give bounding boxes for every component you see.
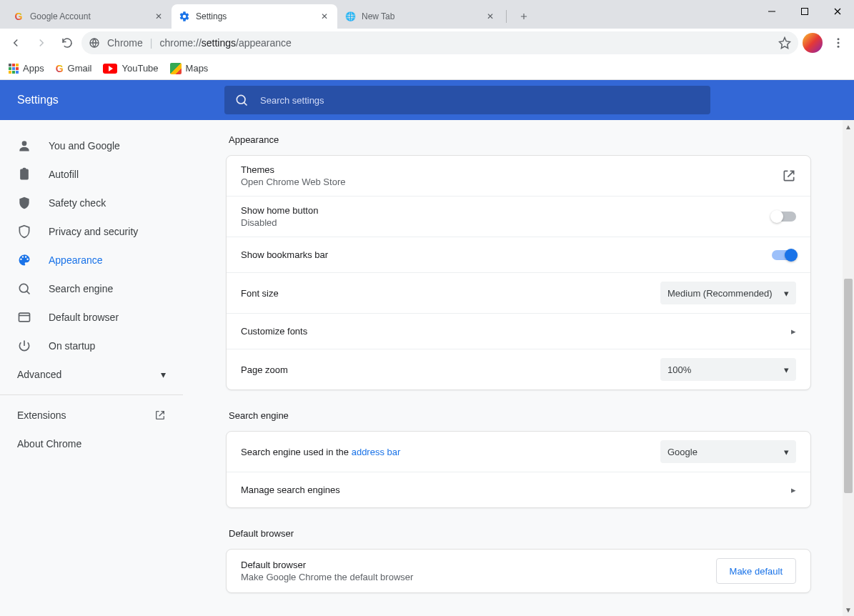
- tab-title: Settings: [196, 11, 313, 21]
- apps-shortcut[interactable]: Apps: [9, 63, 44, 74]
- make-default-button[interactable]: Make default: [716, 558, 796, 584]
- customize-fonts-label: Customize fonts: [241, 326, 791, 337]
- sidebar: You and Google Autofill Safety check Pri…: [0, 120, 183, 616]
- gear-icon: [179, 11, 190, 22]
- default-browser-card: Default browser Make Google Chrome the d…: [226, 549, 811, 593]
- show-home-label: Show home button: [241, 205, 772, 216]
- tab-settings[interactable]: Settings ✕: [172, 4, 337, 29]
- site-info-icon[interactable]: [89, 37, 100, 49]
- sidebar-item-label: On startup: [49, 340, 95, 352]
- page-zoom-row: Page zoom 100% ▾: [227, 349, 810, 389]
- forward-button[interactable]: [30, 31, 53, 54]
- font-size-select[interactable]: Medium (Recommended) ▾: [660, 282, 796, 304]
- close-button[interactable]: [821, 0, 854, 23]
- window-titlebar: G Google Account ✕ Settings ✕ 🌐 New Tab …: [0, 0, 854, 29]
- address-bar-link[interactable]: address bar: [352, 447, 401, 457]
- power-icon: [17, 339, 31, 353]
- maps-bookmark[interactable]: Maps: [170, 63, 209, 74]
- advanced-label: Advanced: [17, 369, 61, 380]
- sidebar-extensions[interactable]: Extensions: [0, 401, 183, 429]
- browser-toolbar: Chrome | chrome://settings/appearance: [0, 29, 854, 57]
- svg-point-7: [19, 284, 28, 292]
- menu-button[interactable]: [827, 31, 850, 54]
- extensions-label: Extensions: [17, 409, 66, 421]
- search-engine-label: Search engine used in the address bar: [241, 447, 400, 457]
- font-size-value: Medium (Recommended): [667, 288, 773, 299]
- themes-row[interactable]: Themes Open Chrome Web Store: [227, 156, 810, 196]
- bookmark-label: Maps: [186, 63, 209, 74]
- sidebar-about[interactable]: About Chrome: [0, 429, 183, 458]
- sidebar-item-appearance[interactable]: Appearance: [0, 246, 183, 274]
- search-card: Search engine used in the address bar Go…: [226, 431, 811, 508]
- sidebar-item-default-browser[interactable]: Default browser: [0, 303, 183, 332]
- manage-search-label: Manage search engines: [241, 485, 791, 495]
- section-title-default-browser: Default browser: [229, 528, 811, 539]
- sidebar-item-label: You and Google: [49, 140, 120, 151]
- default-browser-sub: Make Google Chrome the default browser: [241, 572, 716, 582]
- show-bookmarks-row: Show bookmarks bar: [227, 237, 810, 272]
- back-button[interactable]: [4, 31, 27, 54]
- bookmark-label: YouTube: [121, 63, 158, 74]
- sidebar-advanced[interactable]: Advanced ▾: [0, 360, 183, 389]
- shield-check-icon: [17, 196, 31, 210]
- chevron-down-icon: ▾: [161, 369, 166, 380]
- content-scrollbar[interactable]: ▲ ▼: [843, 120, 854, 616]
- url-separator: |: [150, 37, 153, 49]
- tab-title: Google Account: [30, 11, 147, 21]
- sidebar-item-label: Appearance: [49, 254, 103, 266]
- close-icon[interactable]: ✕: [319, 11, 330, 22]
- sidebar-item-you-and-google[interactable]: You and Google: [0, 131, 183, 160]
- svg-point-5: [237, 95, 245, 104]
- search-engine-select[interactable]: Google ▾: [660, 440, 796, 463]
- page-zoom-select[interactable]: 100% ▾: [660, 358, 796, 381]
- bookmark-label: Gmail: [68, 63, 92, 74]
- sidebar-item-autofill[interactable]: Autofill: [0, 160, 183, 189]
- sidebar-item-label: Search engine: [49, 283, 113, 294]
- clipboard-icon: [17, 167, 31, 182]
- show-home-row: Show home button Disabled: [227, 196, 810, 237]
- tab-google-account[interactable]: G Google Account ✕: [6, 4, 172, 29]
- tab-separator: [506, 10, 507, 23]
- sidebar-item-label: Autofill: [49, 169, 79, 180]
- show-bookmarks-label: Show bookmarks bar: [241, 249, 772, 260]
- external-link-icon: [782, 169, 796, 183]
- close-icon[interactable]: ✕: [485, 11, 496, 22]
- minimize-button[interactable]: [755, 0, 788, 23]
- make-default-label: Make default: [730, 566, 783, 577]
- sidebar-item-search-engine[interactable]: Search engine: [0, 274, 183, 303]
- new-tab-button[interactable]: [514, 6, 534, 26]
- manage-search-row[interactable]: Manage search engines ▸: [227, 472, 810, 507]
- tab-new-tab[interactable]: 🌐 New Tab ✕: [337, 4, 503, 29]
- profile-avatar[interactable]: [803, 33, 823, 53]
- search-engine-value: Google: [667, 447, 697, 457]
- font-size-row: Font size Medium (Recommended) ▾: [227, 272, 810, 313]
- chevron-right-icon: ▸: [791, 326, 796, 337]
- maximize-button[interactable]: [788, 0, 821, 23]
- search-settings-input[interactable]: Search settings: [224, 86, 710, 114]
- sidebar-item-safety-check[interactable]: Safety check: [0, 189, 183, 217]
- show-bookmarks-toggle[interactable]: [772, 250, 796, 260]
- youtube-bookmark[interactable]: YouTube: [103, 63, 158, 74]
- reload-button[interactable]: [56, 31, 79, 54]
- customize-fonts-row[interactable]: Customize fonts ▸: [227, 313, 810, 349]
- star-icon[interactable]: [778, 36, 791, 49]
- gmail-bookmark[interactable]: G Gmail: [56, 63, 92, 74]
- default-browser-label: Default browser: [241, 560, 716, 570]
- section-title-search: Search engine: [229, 410, 811, 421]
- svg-point-3: [838, 41, 840, 44]
- window-controls: [755, 0, 854, 23]
- close-icon[interactable]: ✕: [153, 11, 164, 22]
- scrollbar-thumb[interactable]: [844, 279, 853, 493]
- page-zoom-value: 100%: [667, 364, 691, 375]
- address-bar[interactable]: Chrome | chrome://settings/appearance: [81, 31, 798, 54]
- show-home-toggle[interactable]: [772, 212, 796, 222]
- chevron-right-icon: ▸: [791, 485, 796, 495]
- palette-icon: [17, 253, 31, 267]
- maps-icon: [170, 63, 182, 74]
- page-title: Settings: [17, 94, 207, 106]
- scroll-up-icon[interactable]: ▲: [845, 120, 852, 133]
- sidebar-item-privacy[interactable]: Privacy and security: [0, 217, 183, 246]
- scroll-down-icon[interactable]: ▼: [845, 603, 852, 616]
- sidebar-item-on-startup[interactable]: On startup: [0, 332, 183, 360]
- tab-title: New Tab: [362, 11, 479, 21]
